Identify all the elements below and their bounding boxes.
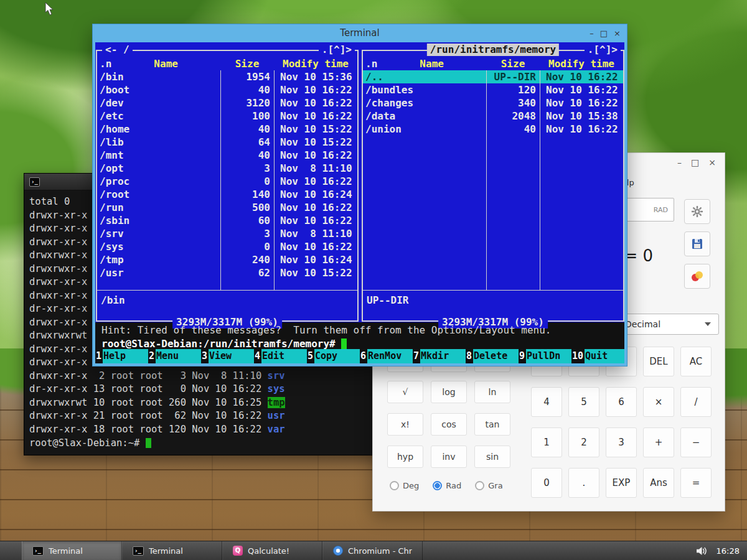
calc-button-1[interactable]: 1 (531, 427, 562, 457)
file-row[interactable]: /proc0Nov 10 16:22 (97, 175, 357, 188)
column-sort[interactable]: .n (97, 57, 111, 70)
right-panel-corner[interactable]: .[^]> (585, 44, 621, 56)
calc-button-+[interactable]: + (643, 427, 674, 457)
file-row[interactable]: /data2048Nov 10 15:38 (363, 110, 623, 123)
calc-button-/[interactable]: / (680, 387, 712, 417)
column-name[interactable]: Name (154, 57, 178, 70)
file-row[interactable]: /opt3Nov 8 11:10 (97, 162, 357, 175)
file-row[interactable]: /..UP--DIRNov 10 16:22 (363, 70, 623, 83)
fkey-label: RenMov (367, 349, 413, 363)
maximize-button[interactable]: □ (691, 158, 699, 167)
calc-button-5[interactable]: 5 (568, 387, 599, 417)
mc-command-line[interactable]: root@Slax-Debian:/run/initramfs/memory# (101, 337, 347, 350)
volume-icon[interactable] (696, 546, 708, 556)
fkey-renmov[interactable]: 6RenMov (360, 349, 413, 363)
file-row[interactable]: /bin1954Nov 10 15:36 (97, 70, 357, 83)
taskbar-item-terminal[interactable]: ›_Terminal (22, 541, 122, 560)
calc-button-inv[interactable]: inv (431, 446, 467, 468)
number-base-dropdown[interactable]: Decimal (617, 314, 719, 335)
fkey-copy[interactable]: 5Copy (307, 349, 360, 363)
calc-button-0[interactable]: 0 (531, 468, 562, 498)
column-mtime[interactable]: Modify time (540, 57, 623, 70)
taskbar-item-chromium-chr[interactable]: Chromium - Chr (322, 541, 423, 560)
calc-button-.[interactable]: . (568, 468, 599, 498)
calc-button-log[interactable]: log (431, 381, 467, 403)
minimize-button[interactable]: – (590, 29, 594, 38)
column-size[interactable]: Size (486, 57, 540, 70)
fkey-view[interactable]: 3View (201, 349, 254, 363)
maximize-button[interactable]: □ (600, 29, 608, 38)
file-row[interactable]: /root140Nov 10 16:24 (97, 188, 357, 201)
calc-button-6[interactable]: 6 (606, 387, 637, 417)
file-name: /data (363, 110, 486, 123)
calc-button-4[interactable]: 4 (531, 387, 562, 417)
file-row[interactable]: /dev3120Nov 10 16:22 (97, 96, 357, 110)
calc-button-x![interactable]: x! (387, 413, 423, 436)
fkey-edit[interactable]: 4Edit (254, 349, 307, 363)
file-size: 240 (220, 253, 274, 266)
file-row[interactable]: /boot40Nov 10 16:22 (97, 83, 357, 96)
calc-button-√[interactable]: √ (387, 381, 423, 403)
file-size: 100 (220, 110, 274, 123)
mc-left-panel[interactable]: <- / .[^]> .nName Size Modify time /bin1… (96, 50, 359, 322)
column-size[interactable]: Size (220, 57, 274, 70)
calc-button-sin[interactable]: sin (474, 446, 510, 468)
taskbar-item-terminal[interactable]: ›_Terminal (122, 541, 222, 560)
fkey-pulldn[interactable]: 9PullDn (519, 349, 571, 363)
fkey-help[interactable]: 1Help (95, 349, 148, 363)
angle-deg[interactable]: Deg (390, 481, 419, 490)
angle-gra[interactable]: Gra (475, 481, 502, 490)
file-row[interactable]: /srv3Nov 8 11:10 (97, 227, 357, 240)
left-panel-corner[interactable]: .[^]> (319, 44, 355, 56)
file-row[interactable]: /changes340Nov 10 16:22 (363, 96, 623, 110)
file-row[interactable]: /mnt40Nov 10 16:22 (97, 149, 357, 162)
column-mtime[interactable]: Modify time (274, 57, 357, 70)
calc-button-×[interactable]: × (643, 387, 674, 417)
floppy-icon (691, 238, 703, 250)
calc-button-cos[interactable]: cos (431, 413, 467, 436)
taskbar-item-qalculate-[interactable]: QQalculate! (222, 541, 322, 560)
mc-titlebar[interactable]: Terminal – □ × (93, 24, 627, 42)
file-row[interactable]: /lib64Nov 10 15:22 (97, 136, 357, 149)
calc-button-AC[interactable]: AC (680, 347, 712, 376)
file-row[interactable]: /usr62Nov 10 15:22 (97, 266, 357, 279)
file-row[interactable]: /bundles120Nov 10 16:22 (363, 83, 623, 96)
close-button[interactable]: × (614, 29, 621, 38)
terminal-line: dr-xr-xr-x 13 root root 0 Nov 10 16:22 s… (29, 383, 385, 396)
minimize-button[interactable]: – (677, 158, 682, 167)
angle-rad[interactable]: Rad (433, 481, 461, 490)
file-name: /usr (97, 266, 220, 279)
calc-button-tan[interactable]: tan (474, 413, 510, 436)
settings-button[interactable] (684, 199, 710, 224)
file-row[interactable]: /run500Nov 10 16:22 (97, 201, 357, 214)
fkey-delete[interactable]: 8Delete (466, 349, 519, 363)
column-name[interactable]: Name (420, 57, 444, 70)
calc-button-DEL[interactable]: DEL (643, 347, 674, 376)
modes-button[interactable] (684, 264, 710, 289)
fkey-menu[interactable]: 2Menu (148, 349, 201, 363)
calc-button-hyp[interactable]: hyp (387, 446, 423, 468)
save-button[interactable] (684, 231, 710, 256)
file-row[interactable]: /tmp240Nov 10 16:24 (97, 253, 357, 266)
calc-button-3[interactable]: 3 (606, 427, 637, 457)
mc-right-panel[interactable]: /run/initramfs/memory .[^]> .nName Size … (362, 50, 624, 322)
calc-button-=[interactable]: = (680, 468, 712, 498)
calc-button-ln[interactable]: ln (474, 381, 510, 403)
clock[interactable]: 16:28 (716, 546, 740, 556)
gear-icon (691, 205, 703, 218)
calc-button-2[interactable]: 2 (568, 427, 599, 457)
calc-button-EXP[interactable]: EXP (606, 468, 637, 498)
fkey-number: 9 (519, 349, 526, 363)
fkey-mkdir[interactable]: 7Mkdir (413, 349, 466, 363)
file-row[interactable]: /home40Nov 10 15:22 (97, 123, 357, 136)
file-row[interactable]: /etc100Nov 10 16:22 (97, 110, 357, 123)
calc-button-−[interactable]: − (680, 427, 712, 457)
close-button[interactable]: × (708, 158, 716, 167)
column-sort[interactable]: .n (363, 57, 377, 70)
file-row[interactable]: /sbin60Nov 10 16:22 (97, 214, 357, 227)
fkey-quit[interactable]: 10Quit (571, 349, 624, 363)
file-row[interactable]: /sys0Nov 10 16:22 (97, 240, 357, 253)
calc-button-Ans[interactable]: Ans (643, 468, 674, 498)
file-row[interactable]: /union40Nov 10 16:22 (363, 123, 623, 136)
terminal-text: drwxrwxrwt 10 root root 260 Nov 10 16:25 (29, 397, 268, 408)
